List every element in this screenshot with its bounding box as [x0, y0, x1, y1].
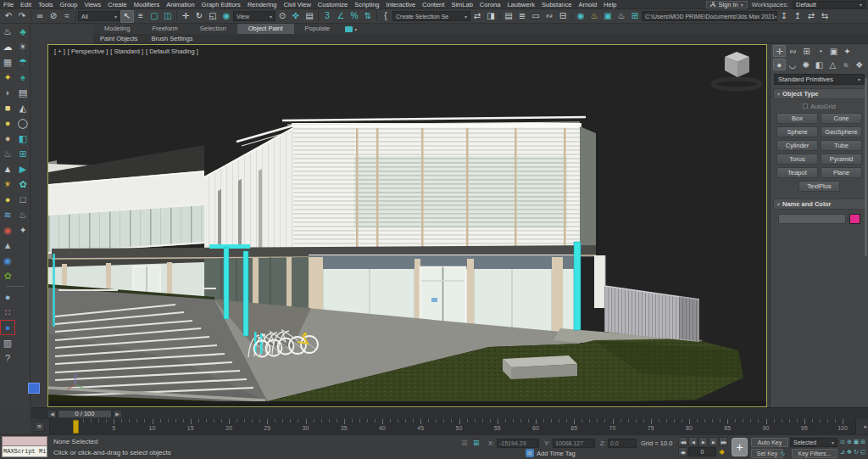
ribbon-subtab-paint-objects[interactable]: Paint Objects	[93, 34, 145, 43]
menu-item-customize[interactable]: Customize	[314, 1, 351, 8]
edit-named-selection-sets-button[interactable]: {	[379, 10, 392, 23]
x-coordinate-field[interactable]: -15194.29	[497, 439, 539, 448]
material-spheres-icon[interactable]: ◉	[0, 222, 15, 238]
object-name-field[interactable]	[778, 214, 846, 224]
menu-item-rendering[interactable]: Rendering	[244, 1, 281, 8]
water-waves-icon[interactable]: ≋	[0, 207, 15, 222]
asset-import-button[interactable]: ↧	[777, 10, 791, 23]
cloud-icon[interactable]: ☁	[0, 39, 15, 54]
tree-icon[interactable]: ♣	[15, 24, 31, 39]
cube-tool-icon[interactable]: ◧	[15, 131, 31, 146]
forest-icon[interactable]: ♠	[15, 70, 31, 85]
fish-icon[interactable]: ◗	[0, 85, 15, 100]
object-color-swatch[interactable]	[849, 214, 860, 224]
tab-utilities[interactable]: ✦	[841, 45, 854, 57]
select-and-move-button[interactable]: ✛	[179, 10, 192, 23]
data-table-icon[interactable]: ▤	[15, 85, 31, 100]
menu-item-content[interactable]: Content	[419, 1, 448, 8]
name-color-rollout-header[interactable]: ▾ Name and Color	[773, 199, 865, 210]
cat-helpers[interactable]: △	[826, 59, 839, 70]
zoom-extents-icon[interactable]: ▣	[853, 437, 860, 447]
frame-outline-icon[interactable]: □	[15, 192, 31, 207]
snaps-toggle[interactable]: 3	[320, 10, 334, 23]
object-button-textplus[interactable]: TextPlus	[798, 181, 840, 192]
render-teapot-icon[interactable]: ♨	[0, 24, 15, 39]
menu-item-simlab[interactable]: SimLab	[448, 1, 476, 8]
object-button-cone[interactable]: Cone	[821, 113, 862, 124]
zoom-extents-all-icon[interactable]: ⊞	[860, 437, 866, 447]
maxscript-mini-listener[interactable]: MAXScript Mi	[2, 436, 47, 457]
toggle-ribbon-button[interactable]: ▭	[529, 10, 542, 23]
bind-to-space-warp-button[interactable]: ≈	[60, 10, 74, 23]
material-active-icon[interactable]: ●	[0, 320, 15, 335]
keyframe-icon[interactable]: ◆	[717, 447, 726, 456]
zoom-icon[interactable]: ⊙	[839, 437, 846, 447]
object-button-sphere[interactable]: Sphere	[776, 126, 818, 137]
grass-icon[interactable]: ✿	[0, 268, 15, 283]
asset-link-button[interactable]: ⇆	[818, 10, 832, 23]
named-selection-sets-dropdown[interactable]: Create Selection Se▾	[392, 11, 470, 21]
sphere-yellow-icon[interactable]: ●	[0, 192, 15, 207]
object-type-rollout-header[interactable]: ▾ Object Type	[773, 88, 865, 99]
flower-icon[interactable]: ✿	[15, 176, 31, 192]
ring-icon[interactable]: ◯	[15, 115, 31, 131]
menu-item-modifiers[interactable]: Modifiers	[131, 1, 163, 8]
asset-export-button[interactable]: ↥	[791, 10, 804, 23]
cat-spacewarps[interactable]: ≈	[840, 59, 853, 70]
globe-icon[interactable]: ◉	[0, 253, 15, 268]
cat-systems[interactable]: ❖	[853, 59, 865, 70]
ribbon-tab-selection[interactable]: Selection	[189, 24, 237, 34]
primitives-dropdown[interactable]: Standard Primitives ▾	[774, 74, 865, 85]
panel-scrollbar[interactable]	[865, 78, 867, 256]
object-button-geosphere[interactable]: GeoSphere	[821, 126, 862, 137]
pan-icon[interactable]: ✥	[846, 447, 853, 457]
selection-lock-toggle[interactable]: ⊞	[461, 439, 468, 447]
material-editor-button[interactable]: ◉	[574, 10, 587, 23]
menu-item-group[interactable]: Group	[57, 1, 81, 8]
object-button-torus[interactable]: Torus	[776, 154, 818, 165]
menu-item-corona[interactable]: Corona	[476, 1, 504, 8]
viewport-menu-shading[interactable]: [ Default Shading ]	[146, 48, 198, 55]
menu-item-tools[interactable]: Tools	[35, 1, 57, 8]
toggle-scene-explorer-button[interactable]: ▤	[502, 10, 515, 23]
bell-icon[interactable]: ◭	[15, 100, 31, 115]
mountain-icon[interactable]: ▲	[0, 161, 15, 176]
clipboard-icon[interactable]: ▥	[0, 335, 15, 350]
object-button-plane[interactable]: Plane	[821, 167, 862, 178]
key-mode-toggle[interactable]: ◀▶	[678, 447, 687, 456]
previous-frame-button[interactable]: ◀	[688, 437, 698, 446]
object-button-box[interactable]: Box	[776, 113, 818, 124]
rain-icon[interactable]: ☂	[15, 54, 31, 70]
viewport-menu-general[interactable]: [ + ]	[54, 48, 65, 55]
tab-modify[interactable]: ∾	[787, 45, 799, 57]
spinner-snap-toggle[interactable]: ⇅	[361, 10, 375, 23]
menu-item-interactive[interactable]: Interactive	[382, 1, 419, 8]
open-mini-curve-editor-button[interactable]: ≋	[34, 422, 45, 432]
frame-back-button[interactable]: ◀	[47, 410, 57, 418]
select-and-place-button[interactable]: ◉	[220, 10, 233, 23]
tab-motion[interactable]: ◔	[814, 45, 826, 57]
orbit-icon[interactable]: ↻	[853, 447, 860, 457]
menu-item-help[interactable]: Help	[600, 1, 620, 8]
key-mode-dropdown[interactable]: Selected ▾	[790, 438, 837, 447]
object-button-pyramid[interactable]: Pyramid	[821, 154, 862, 165]
menu-item-civil-view[interactable]: Civil View	[280, 1, 314, 8]
object-button-teapot[interactable]: Teapot	[776, 167, 818, 178]
menu-item-edit[interactable]: Edit	[17, 1, 35, 8]
go-to-end-button[interactable]: ▶▶	[719, 437, 728, 446]
docked-tool-icon[interactable]	[28, 383, 40, 394]
render-setup-button[interactable]: ♨	[587, 10, 601, 23]
select-and-manipulate-button[interactable]: ✜	[289, 10, 303, 23]
viewport-menu-pov[interactable]: [ Perspective ]	[68, 48, 108, 55]
frame-forward-button[interactable]: ▶	[113, 410, 122, 418]
ribbon-tab-object-paint[interactable]: Object Paint	[237, 24, 294, 34]
render-production-button[interactable]: ♨	[615, 10, 628, 23]
viewport[interactable]: [ + ][ Perspective ][ Standard ][ Defaul…	[47, 44, 767, 407]
cat-lights[interactable]: ✺	[799, 59, 812, 70]
select-and-rotate-button[interactable]: ↻	[192, 10, 206, 23]
align-button[interactable]: ◨	[484, 10, 498, 23]
angle-snap-toggle[interactable]: ∠	[334, 10, 348, 23]
set-key-button[interactable]: Set Key	[751, 449, 783, 458]
menu-item-scripting[interactable]: Scripting	[351, 1, 382, 8]
curve-editor-button[interactable]: ∾	[542, 10, 556, 23]
